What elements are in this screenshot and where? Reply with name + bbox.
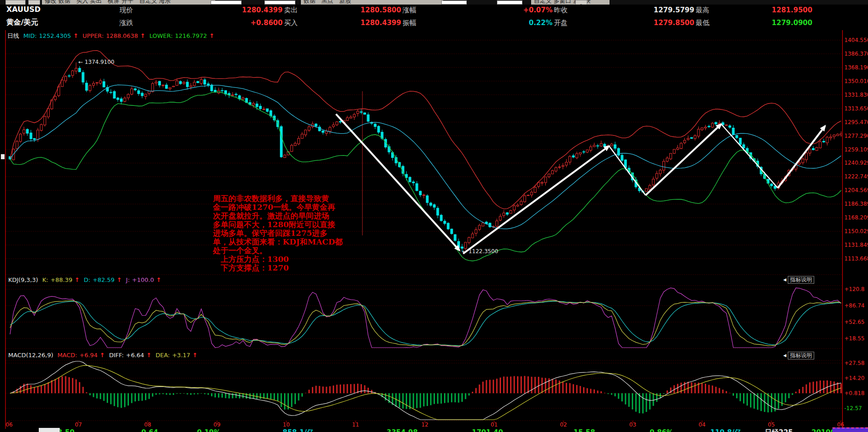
chart-canvas[interactable] bbox=[0, 0, 868, 432]
candle-body bbox=[294, 143, 296, 146]
macd-title[interactable]: MACD(12,26,9) bbox=[8, 352, 53, 359]
toolbar-menu-text[interactable]: 数据 黑点 新股 bbox=[301, 0, 443, 5]
toolbar-button[interactable]: ︿ bbox=[575, 0, 587, 5]
month-label: 07 bbox=[72, 422, 85, 428]
candle-body bbox=[711, 123, 713, 127]
candle-body bbox=[356, 111, 359, 114]
label-change-pct: 涨幅 bbox=[403, 6, 416, 15]
toolbar-input[interactable] bbox=[264, 0, 295, 5]
value-amplitude: 1280.4399 bbox=[337, 19, 401, 27]
candle-body bbox=[200, 79, 202, 83]
kdj-k-value: +88.39 bbox=[51, 276, 72, 283]
collapse-left-icon[interactable]: ◀ bbox=[783, 354, 786, 358]
low-price-marker: ← 1122.3500 bbox=[462, 248, 498, 255]
candle-body bbox=[558, 167, 561, 167]
value-low: 1279.8500 bbox=[630, 19, 694, 27]
boll-upper-value: 1288.0638 bbox=[106, 32, 138, 39]
annotation-line: 处于一个金叉。 bbox=[213, 246, 343, 255]
annotation-line: 单，从技术面来看：KDJ和MACD都 bbox=[213, 238, 343, 246]
ticker-quote: 0.19% bbox=[197, 428, 221, 432]
up-arrow-icon: ↑ bbox=[146, 352, 151, 359]
candle-body bbox=[468, 238, 470, 243]
period-label[interactable]: 日线 bbox=[7, 32, 19, 39]
up-arrow-icon: ↑ bbox=[100, 352, 105, 359]
candle-body bbox=[113, 92, 115, 99]
bollinger-lower-line bbox=[10, 92, 841, 261]
candle-body bbox=[812, 148, 815, 150]
candle-body bbox=[305, 130, 307, 135]
toolbar-input[interactable] bbox=[497, 0, 522, 5]
candle-body bbox=[89, 85, 91, 90]
month-label: 06 bbox=[2, 422, 16, 428]
month-label: 08 bbox=[141, 422, 155, 428]
analysis-annotation: 周五的非农数据利多，直接导致黄金一路冲破1270一线。今早黄金再次开盘就拉升。激… bbox=[213, 194, 343, 272]
up-arrow-icon: ↑ bbox=[192, 352, 197, 359]
candle-body bbox=[830, 137, 832, 138]
toolbar-input[interactable] bbox=[211, 0, 242, 5]
candle-body bbox=[162, 85, 164, 85]
left-edge-marker bbox=[1, 154, 5, 159]
macd-panel bbox=[10, 361, 841, 420]
candle-body bbox=[429, 203, 432, 205]
candle-body bbox=[290, 145, 293, 151]
top-toolbar: 修改 数据 买入 卖出 横屏 开平 自定义 海乐数据 黑点 新股自定义 多窗口 … bbox=[0, 0, 868, 5]
candle-body bbox=[471, 234, 474, 238]
candle-body bbox=[134, 88, 136, 90]
candle-body bbox=[510, 210, 512, 213]
label-high: 最高 bbox=[696, 6, 709, 15]
trend-arrow bbox=[463, 146, 609, 254]
price-axis-label: 1186.389 bbox=[844, 201, 868, 207]
toolbar-input[interactable] bbox=[441, 0, 467, 5]
candle-body bbox=[19, 134, 21, 141]
macd-axis-label: +27.58 bbox=[844, 360, 864, 366]
candle-body bbox=[322, 131, 324, 133]
month-label: 10 bbox=[279, 422, 293, 428]
ticker-quote: 110.8/亿 bbox=[710, 428, 741, 432]
up-arrow-icon: ↑ bbox=[75, 276, 80, 283]
label-low: 最低 bbox=[696, 19, 709, 27]
candle-body bbox=[680, 143, 682, 149]
candle-body bbox=[186, 82, 189, 87]
toolbar-menu-text[interactable]: 自定义 多窗口 新版块 bbox=[531, 0, 610, 5]
candle-body bbox=[204, 80, 206, 84]
candle-body bbox=[715, 122, 717, 124]
candle-body bbox=[583, 152, 585, 152]
boll-mid-value: 1252.4305 bbox=[39, 32, 71, 39]
candle-body bbox=[416, 183, 418, 191]
kdj-indicator-help-button[interactable]: 指标说明 bbox=[788, 276, 814, 284]
candlestick-series bbox=[9, 51, 842, 261]
kdj-title[interactable]: KDJ(9,3,3) bbox=[8, 276, 38, 283]
candle-body bbox=[569, 156, 571, 162]
candle-body bbox=[332, 125, 335, 127]
price-axis-label: 1404.550 bbox=[844, 37, 868, 43]
candle-body bbox=[531, 192, 533, 195]
kdj-k-line bbox=[10, 301, 841, 346]
month-label: 03 bbox=[626, 422, 640, 428]
candle-body bbox=[252, 104, 254, 105]
candle-body bbox=[544, 177, 547, 183]
macd-indicator-help-button[interactable]: 指标说明 bbox=[788, 352, 814, 359]
scrollbar-fragment[interactable] bbox=[832, 427, 868, 432]
candle-body bbox=[419, 191, 422, 195]
toolbar-button[interactable] bbox=[28, 0, 40, 5]
toolbar-button[interactable] bbox=[5, 0, 26, 5]
month-label: 02 bbox=[557, 422, 570, 428]
taskbar-fragment bbox=[39, 428, 60, 432]
collapse-left-icon[interactable]: ◀ bbox=[783, 278, 786, 282]
candle-body bbox=[131, 89, 133, 94]
candle-body bbox=[298, 139, 300, 144]
toolbar-menu-text[interactable]: 修改 数据 买入 卖出 横屏 开平 自定义 海乐 bbox=[42, 0, 215, 5]
candle-body bbox=[99, 81, 102, 83]
candle-body bbox=[54, 96, 57, 99]
candle-body bbox=[242, 98, 244, 99]
annotation-line: 多单问题不大，1280附近可以直接 bbox=[213, 220, 343, 229]
candle-body bbox=[308, 127, 310, 130]
month-label: 04 bbox=[695, 422, 709, 428]
candle-body bbox=[117, 98, 119, 100]
macd-value-label: MACD: bbox=[57, 352, 77, 359]
candle-body bbox=[211, 85, 213, 91]
candle-body bbox=[614, 145, 616, 148]
boll-lower-label: LOWER: bbox=[150, 32, 173, 39]
label-ask: 卖出 bbox=[284, 6, 298, 15]
candle-body bbox=[124, 98, 126, 102]
